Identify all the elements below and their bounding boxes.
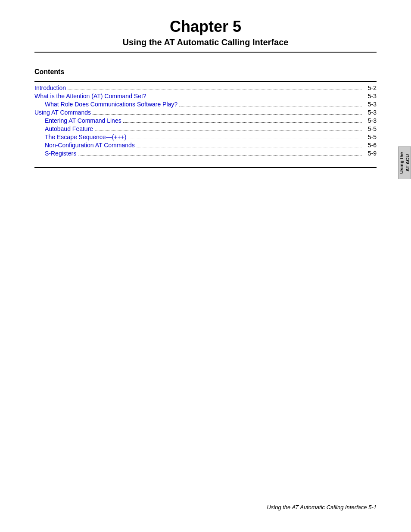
page-container: Chapter 5 Using the AT Automatic Calling… xyxy=(0,0,411,532)
contents-bottom-divider xyxy=(34,167,377,168)
side-tab-label: Using the AT ACU xyxy=(399,152,411,174)
toc-dots-intro xyxy=(68,90,362,90)
toc-page-s-reg: 5-9 xyxy=(364,150,377,157)
toc-dots-what-is-at xyxy=(148,98,362,98)
toc-dots-s-reg xyxy=(78,155,362,156)
toc-page-what-is-at: 5-3 xyxy=(364,93,377,100)
toc-dots-autobaud xyxy=(95,131,362,131)
contents-heading: Contents xyxy=(34,68,377,76)
toc-item-non-config: Non-Configuration AT Commands5-6 xyxy=(34,142,377,149)
toc-item-what-role: What Role Does Communications Software P… xyxy=(34,101,377,108)
toc-item-what-is-at: What is the Attention (AT) Command Set?5… xyxy=(34,93,377,100)
toc-page-what-role: 5-3 xyxy=(364,101,377,108)
toc-page-autobaud: 5-5 xyxy=(364,125,377,132)
toc-dots-non-config xyxy=(137,147,362,147)
toc-link-intro[interactable]: Introduction xyxy=(34,84,66,91)
toc-page-intro: 5-2 xyxy=(364,84,377,91)
chapter-title: Chapter 5 xyxy=(34,17,377,36)
contents-section: Contents Introduction5-2What is the Atte… xyxy=(34,68,377,168)
toc-dots-what-role xyxy=(179,106,362,106)
chapter-subtitle: Using the AT Automatic Calling Interface xyxy=(34,37,377,47)
toc-dots-entering xyxy=(123,122,362,123)
toc-page-non-config: 5-6 xyxy=(364,142,377,149)
side-tab: Using the AT ACU xyxy=(398,146,411,179)
toc-item-autobaud: Autobaud Feature5-5 xyxy=(34,125,377,132)
toc-link-what-is-at[interactable]: What is the Attention (AT) Command Set? xyxy=(34,93,146,100)
toc-link-autobaud[interactable]: Autobaud Feature xyxy=(34,125,93,132)
toc-link-escape[interactable]: The Escape Sequence—(+++) xyxy=(34,134,127,140)
toc-item-s-reg: S-Registers5-9 xyxy=(34,150,377,157)
toc-link-using-at[interactable]: Using AT Commands xyxy=(34,109,91,116)
toc-link-non-config[interactable]: Non-Configuration AT Commands xyxy=(34,142,135,149)
contents-top-divider xyxy=(34,81,377,82)
toc-dots-escape xyxy=(128,139,362,139)
toc-item-intro: Introduction5-2 xyxy=(34,84,377,91)
toc-item-entering: Entering AT Command Lines5-3 xyxy=(34,117,377,124)
footer-text: Using the AT Automatic Calling Interface… xyxy=(267,504,377,510)
toc-link-what-role[interactable]: What Role Does Communications Software P… xyxy=(34,101,177,108)
toc-link-s-reg[interactable]: S-Registers xyxy=(34,150,76,157)
toc-link-entering[interactable]: Entering AT Command Lines xyxy=(34,117,121,124)
toc-dots-using-at xyxy=(93,114,362,115)
toc-page-escape: 5-5 xyxy=(364,134,377,140)
toc-page-entering: 5-3 xyxy=(364,117,377,124)
chapter-header: Chapter 5 Using the AT Automatic Calling… xyxy=(34,17,377,53)
toc-list: Introduction5-2What is the Attention (AT… xyxy=(34,84,377,157)
toc-page-using-at: 5-3 xyxy=(364,109,377,116)
toc-item-escape: The Escape Sequence—(+++)5-5 xyxy=(34,134,377,140)
toc-item-using-at: Using AT Commands5-3 xyxy=(34,109,377,116)
